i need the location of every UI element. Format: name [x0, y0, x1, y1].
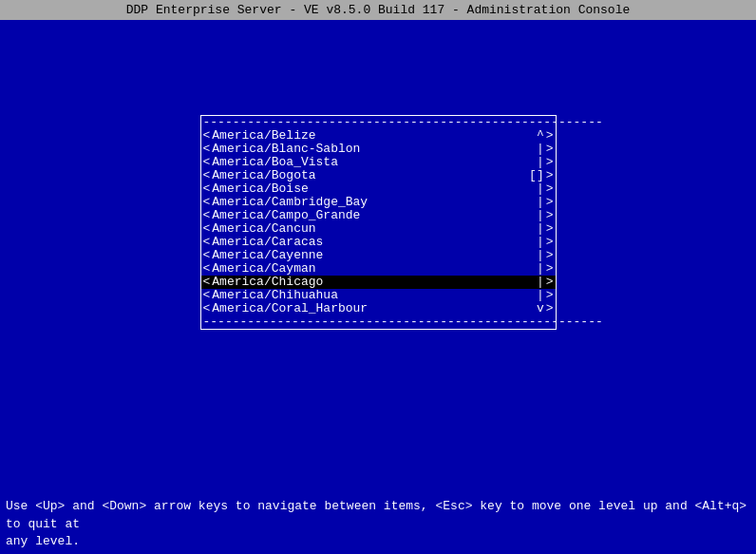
left-arrow-icon: < — [203, 302, 211, 315]
right-arrow-icon: > — [546, 289, 554, 302]
list-border-top: ----------------------------------------… — [201, 116, 556, 129]
item-name: America/Campo_Grande — [212, 209, 537, 222]
left-arrow-icon: < — [203, 129, 211, 143]
item-name: America/Chicago — [212, 276, 537, 289]
right-arrow-icon: > — [546, 169, 554, 182]
list-box[interactable]: ----------------------------------------… — [200, 115, 557, 330]
right-arrow-icon: > — [546, 182, 554, 196]
list-item[interactable]: <America/Coral_Harbour v> — [201, 302, 556, 315]
list-item[interactable]: <America/Cayenne |> — [201, 249, 556, 262]
item-name: America/Cayman — [212, 262, 537, 276]
right-arrow-icon: > — [546, 156, 554, 169]
list-item[interactable]: <America/Cayman |> — [201, 262, 556, 276]
right-arrow-icon: > — [546, 129, 554, 143]
right-arrow-icon: > — [546, 222, 554, 236]
status-line2: any level. — [6, 533, 750, 550]
right-arrow-icon: > — [546, 143, 554, 156]
list-item[interactable]: <America/Caracas |> — [201, 236, 556, 249]
separator: | — [537, 289, 544, 302]
left-arrow-icon: < — [203, 276, 211, 289]
left-arrow-icon: < — [203, 236, 211, 249]
list-item[interactable]: <America/Boa_Vista |> — [201, 156, 556, 169]
right-arrow-icon: > — [546, 276, 554, 289]
separator: | — [537, 156, 544, 169]
item-name: America/Chihuahua — [212, 289, 537, 302]
list-border-bottom: ----------------------------------------… — [201, 315, 556, 329]
separator: | — [537, 196, 544, 209]
separator: | — [537, 262, 544, 276]
right-arrow-icon: > — [546, 209, 554, 222]
left-arrow-icon: < — [203, 209, 211, 222]
left-arrow-icon: < — [203, 169, 211, 182]
item-name: America/Belize — [212, 129, 537, 143]
list-item[interactable]: <America/Blanc-Sablon |> — [201, 143, 556, 156]
status-line1: Use <Up> and <Down> arrow keys to naviga… — [6, 498, 750, 532]
list-item[interactable]: <America/Bogota []> — [201, 169, 556, 182]
left-arrow-icon: < — [203, 289, 211, 302]
separator: [] — [529, 169, 544, 182]
left-arrow-icon: < — [203, 182, 211, 196]
separator: v — [537, 302, 544, 315]
separator: | — [537, 143, 544, 156]
right-arrow-icon: > — [546, 196, 554, 209]
separator: | — [537, 222, 544, 236]
list-item[interactable]: <America/Chihuahua |> — [201, 289, 556, 302]
list-item[interactable]: <America/Chicago |> — [201, 276, 556, 289]
item-name: America/Cayenne — [212, 249, 537, 262]
item-name: America/Caracas — [212, 236, 537, 249]
separator: | — [537, 182, 544, 196]
separator: ^ — [537, 129, 544, 143]
right-arrow-icon: > — [546, 302, 554, 315]
item-name: America/Cancun — [212, 222, 537, 236]
separator: | — [537, 236, 544, 249]
left-arrow-icon: < — [203, 222, 211, 236]
right-arrow-icon: > — [546, 236, 554, 249]
item-name: America/Boise — [212, 182, 537, 196]
item-name: America/Bogota — [212, 169, 529, 182]
title-text: DDP Enterprise Server - VE v8.5.0 Build … — [126, 3, 631, 17]
separator: | — [537, 249, 544, 262]
separator: | — [537, 276, 544, 289]
left-arrow-icon: < — [203, 196, 211, 209]
list-item[interactable]: <America/Belize ^> — [201, 129, 556, 143]
right-arrow-icon: > — [546, 262, 554, 276]
list-item[interactable]: <America/Cancun |> — [201, 222, 556, 236]
item-name: America/Blanc-Sablon — [212, 143, 537, 156]
title-bar: DDP Enterprise Server - VE v8.5.0 Build … — [0, 0, 756, 20]
list-item[interactable]: <America/Cambridge_Bay |> — [201, 196, 556, 209]
item-name: America/Cambridge_Bay — [212, 196, 537, 209]
status-bar: Use <Up> and <Down> arrow keys to naviga… — [0, 494, 756, 554]
right-arrow-icon: > — [546, 249, 554, 262]
separator: | — [537, 209, 544, 222]
main-content: ----------------------------------------… — [0, 20, 756, 330]
left-arrow-icon: < — [203, 156, 211, 169]
list-item[interactable]: <America/Campo_Grande |> — [201, 209, 556, 222]
item-name: America/Coral_Harbour — [212, 302, 537, 315]
left-arrow-icon: < — [203, 262, 211, 276]
left-arrow-icon: < — [203, 249, 211, 262]
left-arrow-icon: < — [203, 143, 211, 156]
list-item[interactable]: <America/Boise |> — [201, 182, 556, 196]
item-name: America/Boa_Vista — [212, 156, 537, 169]
